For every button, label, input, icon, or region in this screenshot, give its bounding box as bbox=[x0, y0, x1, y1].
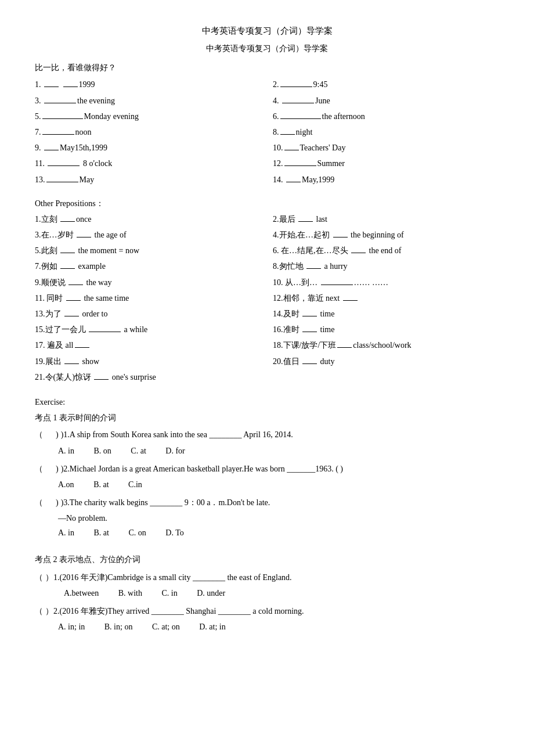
exercise-section: Exercise: 考点 1 表示时间的介词 （) )1.A ship from… bbox=[35, 395, 499, 541]
q3-options: A. in B. at C. on D. To bbox=[58, 525, 499, 540]
other-item-1-right: 2.最后 last bbox=[273, 212, 499, 226]
q3-option-a: A. in bbox=[58, 525, 74, 540]
time-item-10: 10.Teachers' Day bbox=[273, 141, 499, 155]
time-item-7: 7.noon bbox=[35, 125, 261, 139]
sub-title: 中考英语专项复习（介词）导学案 bbox=[35, 41, 499, 56]
other-item-9-left: 17. 遍及 all bbox=[35, 338, 261, 352]
time-item-6: 6.the afternoon bbox=[273, 109, 499, 124]
other-item-3-right: 6. 在…结尾,在…尽头 the end of bbox=[273, 243, 499, 258]
q2-options: A.on B. at C.in bbox=[58, 477, 499, 492]
other-item-11-left: 21.令(某人)惊讶 one's surprise bbox=[35, 370, 499, 384]
time-item-8: 8.night bbox=[273, 125, 499, 139]
q2-option-b: B. at bbox=[93, 477, 109, 492]
other-item-5-left: 9.顺便说 the way bbox=[35, 275, 261, 290]
other-item-7-right: 14.及时 time bbox=[273, 307, 499, 321]
q2-paren: （) bbox=[35, 462, 59, 476]
q1-options: A. in B. on C. at D. for bbox=[58, 444, 499, 458]
q4-options: A.between B. with C. in D. under bbox=[64, 586, 499, 600]
q5-option-d: D. at; in bbox=[199, 620, 226, 634]
q3-option-b: B. at bbox=[94, 525, 109, 540]
q4-paren: （ bbox=[35, 570, 43, 585]
other-item-2-right: 4.开始,在…起初 the beginning of bbox=[273, 228, 499, 242]
time-item-1: 1. 1999 bbox=[35, 77, 261, 92]
other-item-5-right: 10. 从…到… …… …… bbox=[273, 275, 499, 290]
question-1: （) )1.A ship from South Korea sank into … bbox=[35, 427, 499, 458]
other-item-1-left: 1.立刻 once bbox=[35, 212, 261, 226]
q1-option-d: D. for bbox=[165, 444, 185, 458]
exercise-label: Exercise: bbox=[35, 395, 499, 409]
other-item-4-right: 8.匆忙地 a hurry bbox=[273, 259, 499, 273]
q2-text: )2.Michael Jordan is a great American ba… bbox=[61, 462, 343, 476]
q1-text: )1.A ship from South Korea sank into the… bbox=[61, 427, 293, 442]
question-3: （) )3.The charity walk begins ________ 9… bbox=[35, 495, 499, 541]
q3-option-d: D. To bbox=[165, 525, 183, 540]
time-item-13: 13.May bbox=[35, 172, 261, 187]
q4-option-d: D. under bbox=[197, 586, 225, 600]
other-item-8-left: 15.过了一会儿 a while bbox=[35, 322, 261, 337]
q5-options: A. in; in B. in; on C. at; on D. at; in bbox=[58, 620, 499, 634]
time-item-11: 11. 8 o'clock bbox=[35, 156, 261, 171]
time-item-5: 5.Monday evening bbox=[35, 109, 261, 124]
time-item-3: 3. the evening bbox=[35, 93, 261, 108]
other-item-6-left: 11. 同时 the same time bbox=[35, 291, 261, 305]
q1-paren: （) bbox=[35, 427, 59, 442]
q1-option-a: A. in bbox=[58, 444, 74, 458]
q5-option-a: A. in; in bbox=[58, 620, 85, 634]
time-item-4: 4. June bbox=[273, 93, 499, 108]
other-item-2-left: 3.在…岁时 the age of bbox=[35, 228, 261, 242]
time-item-9: 9. May15th,1999 bbox=[35, 141, 261, 155]
other-item-7-left: 13.为了 order to bbox=[35, 307, 261, 321]
other-item-4-left: 7.例如 example bbox=[35, 259, 261, 273]
other-prepositions-title: Other Prepositions： bbox=[35, 196, 499, 211]
q4-text: ）1.(2016 年天津)Cambridge is a small city _… bbox=[45, 570, 292, 585]
q3-paren: （) bbox=[35, 495, 59, 510]
q1-option-c: C. at bbox=[131, 444, 146, 458]
question-2: （) )2.Michael Jordan is a great American… bbox=[35, 462, 499, 492]
question-4: （ ）1.(2016 年天津)Cambridge is a small city… bbox=[35, 570, 499, 600]
time-prepositions-section: 1. 1999 2.9:45 3. the evening 4. June 5.… bbox=[35, 77, 499, 186]
other-item-6-right: 12.相邻，靠近 next bbox=[273, 291, 499, 305]
intro-text: 比一比，看谁做得好？ bbox=[35, 60, 499, 75]
q1-option-b: B. on bbox=[94, 444, 111, 458]
q2-option-c: C.in bbox=[128, 477, 142, 492]
q3-text: )3.The charity walk begins ________ 9：00… bbox=[61, 495, 270, 510]
other-item-3-left: 5.此刻 the moment = now bbox=[35, 243, 261, 258]
q4-option-b: B. with bbox=[118, 586, 142, 600]
kaodian1-title: 考点 1 表示时间的介词 bbox=[35, 411, 499, 425]
other-prepositions-section: Other Prepositions： 1.立刻 once 2.最后 last … bbox=[35, 196, 499, 384]
other-item-10-left: 19.展出 show bbox=[35, 354, 261, 369]
q2-option-a: A.on bbox=[58, 477, 74, 492]
q5-option-b: B. in; on bbox=[104, 620, 133, 634]
time-item-14: 14. May,1999 bbox=[273, 172, 499, 187]
q5-text: ）2.(2016 年雅安)They arrived ________ Shang… bbox=[45, 604, 304, 618]
q3-option-c: C. on bbox=[128, 525, 146, 540]
other-item-8-right: 16.准时 time bbox=[273, 322, 499, 337]
kaodian2-section: 考点 2 表示地点、方位的介词 （ ）1.(2016 年天津)Cambridge… bbox=[35, 552, 499, 635]
question-5: （ ）2.(2016 年雅安)They arrived ________ Sha… bbox=[35, 604, 499, 634]
q3-sub-text: —No problem. bbox=[58, 511, 499, 525]
main-title: 中考英语专项复习（介词）导学案 bbox=[35, 23, 499, 39]
q5-option-c: C. at; on bbox=[152, 620, 180, 634]
q4-option-a: A.between bbox=[64, 586, 99, 600]
time-item-2: 2.9:45 bbox=[273, 77, 499, 92]
time-item-12: 12.Summer bbox=[273, 156, 499, 171]
other-item-9-right: 18.下课/放学/下班class/school/work bbox=[273, 338, 499, 352]
q4-option-c: C. in bbox=[162, 586, 178, 600]
kaodian2-title: 考点 2 表示地点、方位的介词 bbox=[35, 552, 499, 567]
q5-paren: （ bbox=[35, 604, 43, 618]
other-item-10-right: 20.值日 duty bbox=[273, 354, 499, 369]
